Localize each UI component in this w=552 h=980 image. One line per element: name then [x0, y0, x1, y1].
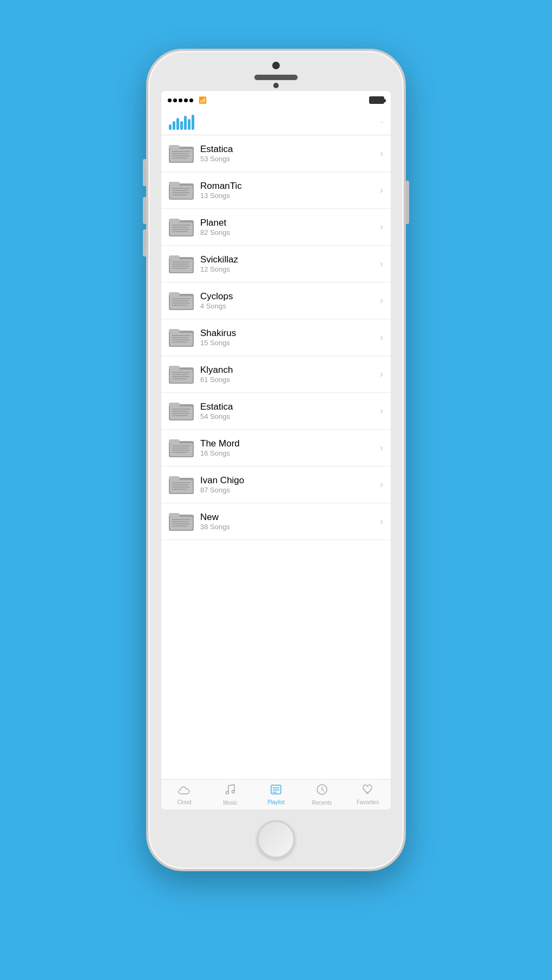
folder-icon [169, 143, 194, 165]
sensor-area [273, 83, 279, 88]
playlist-item[interactable]: The Mord16 Songs› [161, 430, 391, 466]
item-name: New [200, 512, 380, 523]
item-name: Estatica [200, 144, 380, 155]
battery-icon [369, 96, 384, 104]
tab-recents[interactable]: Recents [299, 784, 345, 806]
item-info: Ivan Chigo87 Songs [200, 475, 380, 494]
svg-point-78 [232, 791, 235, 793]
svg-rect-57 [169, 439, 180, 443]
signal-dots [168, 98, 193, 102]
svg-point-77 [226, 792, 229, 794]
chevron-right-icon: › [380, 185, 383, 196]
playlist-item[interactable]: Svickillaz12 Songs› [161, 246, 391, 282]
item-info: RomanTic13 Songs [200, 181, 380, 200]
tab-favorites[interactable]: Favorites [345, 784, 391, 805]
tab-cloud[interactable]: Cloud [161, 784, 207, 805]
folder-icon [169, 474, 194, 496]
folder-icon [169, 180, 194, 201]
item-name: Shakirus [200, 328, 380, 339]
tab-music[interactable]: Music [207, 784, 253, 806]
item-info: The Mord16 Songs [200, 438, 380, 457]
item-name: Klyanch [200, 365, 380, 376]
item-name: The Mord [200, 438, 380, 449]
item-count: 87 Songs [200, 486, 380, 494]
playlist-item[interactable]: Estatica53 Songs› [161, 135, 391, 172]
edit-button[interactable] [381, 121, 383, 123]
item-info: Planet82 Songs [200, 218, 380, 236]
recents-tab-label: Recents [312, 800, 332, 806]
cloud-tab-icon [178, 784, 190, 798]
playlist-tab-label: Playlist [267, 799, 285, 805]
svg-rect-72 [170, 517, 193, 530]
cloud-tab-label: Cloud [177, 799, 191, 805]
item-count: 82 Songs [200, 228, 380, 236]
item-name: Svickillaz [200, 254, 380, 265]
chevron-right-icon: › [380, 442, 383, 453]
wifi-icon: 📶 [199, 96, 207, 104]
playlist-item[interactable]: Planet82 Songs› [161, 209, 391, 246]
item-name: Ivan Chigo [200, 475, 380, 486]
playlist-tab-icon [270, 784, 282, 798]
item-count: 61 Songs [200, 376, 380, 384]
chevron-right-icon: › [380, 258, 383, 269]
item-name: Estatica [200, 402, 380, 412]
favorites-tab-icon [362, 784, 374, 798]
item-count: 13 Songs [200, 192, 380, 200]
item-info: Estatica53 Songs [200, 144, 380, 163]
folder-icon [169, 364, 194, 385]
playlist-item[interactable]: New38 Songs› [161, 503, 391, 540]
playlist-item[interactable]: Shakirus15 Songs› [161, 319, 391, 356]
playlist-item[interactable]: Klyanch61 Songs› [161, 356, 391, 393]
svg-rect-16 [170, 222, 193, 235]
playlist-item[interactable]: Ivan Chigo87 Songs› [161, 466, 391, 503]
item-info: Shakirus15 Songs [200, 328, 380, 347]
folder-icon [169, 327, 194, 348]
item-info: Estatica54 Songs [200, 402, 380, 420]
chevron-right-icon: › [380, 479, 383, 490]
item-count: 53 Songs [200, 155, 380, 163]
item-name: Cyclops [200, 291, 380, 302]
svg-rect-44 [170, 370, 193, 383]
status-right [366, 96, 384, 104]
svg-rect-22 [169, 255, 180, 259]
playlist-item[interactable]: RomanTic13 Songs› [161, 172, 391, 209]
svg-rect-29 [169, 292, 180, 296]
chevron-right-icon: › [380, 295, 383, 306]
svg-rect-51 [170, 406, 193, 419]
chevron-right-icon: › [380, 221, 383, 233]
folder-icon [169, 400, 194, 422]
svg-rect-64 [169, 476, 180, 480]
svg-rect-15 [169, 219, 180, 222]
svg-rect-8 [169, 182, 180, 186]
folder-icon [169, 290, 194, 312]
svg-rect-43 [169, 366, 180, 370]
home-button[interactable] [257, 820, 295, 858]
chevron-right-icon: › [380, 148, 383, 159]
svg-rect-36 [169, 329, 180, 333]
tab-playlist[interactable]: Playlist [253, 784, 299, 805]
music-tab-icon [225, 784, 235, 799]
chevron-right-icon: › [380, 516, 383, 527]
item-name: Planet [200, 218, 380, 228]
playlist-list: Estatica53 Songs› RomanTic13 Songs› Plan… [161, 135, 391, 779]
folder-icon [169, 216, 194, 238]
playlist-item[interactable]: Cyclops4 Songs› [161, 282, 391, 319]
svg-rect-1 [169, 145, 180, 149]
item-count: 38 Songs [200, 523, 380, 531]
item-count: 12 Songs [200, 265, 380, 273]
item-info: Cyclops4 Songs [200, 291, 380, 310]
svg-rect-37 [170, 333, 193, 346]
svg-rect-23 [170, 259, 193, 272]
svg-rect-2 [170, 149, 193, 162]
chevron-right-icon: › [380, 405, 383, 417]
item-count: 16 Songs [200, 449, 380, 457]
item-count: 4 Songs [200, 302, 380, 310]
item-count: 54 Songs [200, 412, 380, 420]
phone-shell: 📶 [146, 49, 406, 871]
screen: 📶 [161, 91, 391, 810]
playlist-item[interactable]: Estatica54 Songs› [161, 393, 391, 430]
item-info: Klyanch61 Songs [200, 365, 380, 384]
status-left: 📶 [168, 96, 207, 104]
recents-tab-icon [316, 784, 328, 799]
speaker [254, 75, 298, 80]
